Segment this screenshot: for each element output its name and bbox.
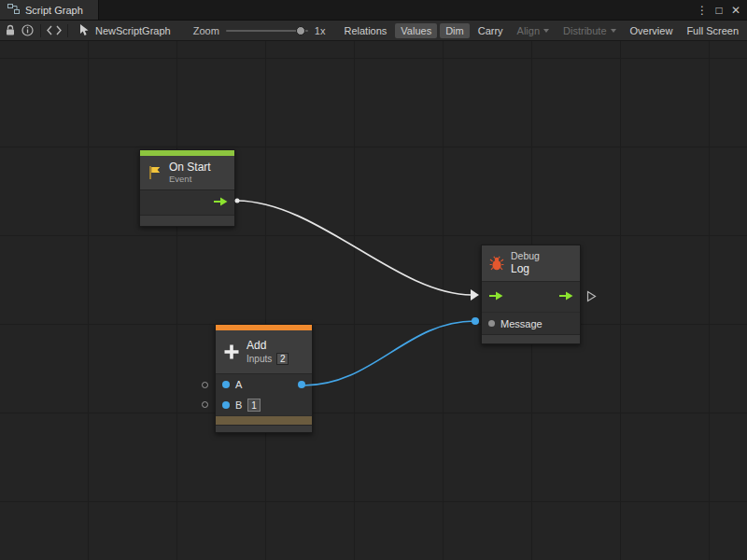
zoom-control: Zoom 1x: [193, 25, 326, 36]
add-header: Add Inputs 2: [216, 330, 312, 373]
flow-input-port[interactable]: [488, 291, 503, 302]
unity-script-graph-window: Script Graph ⋮ □ ✕: [0, 0, 747, 560]
values-button-label: Values: [401, 25, 431, 36]
inputs-label: Inputs: [247, 354, 272, 364]
node-title: Add: [247, 339, 289, 352]
bug-icon: [489, 256, 504, 271]
graph-name-label: NewScriptGraph: [95, 25, 171, 36]
node-title: On Start: [169, 161, 211, 174]
green-arrow-icon: [213, 197, 228, 206]
port-b-value-field[interactable]: 1: [247, 399, 261, 412]
wire-layer: [0, 41, 747, 560]
message-port-label: Message: [500, 318, 543, 329]
green-arrow-icon: [558, 291, 573, 301]
graph-breadcrumb[interactable]: NewScriptGraph: [74, 24, 176, 36]
lock-icon: [5, 24, 16, 36]
zoom-slider-handle[interactable]: [296, 26, 305, 35]
message-row: Message: [482, 312, 580, 334]
plus-icon: [223, 343, 240, 360]
overview-button[interactable]: Overview: [625, 23, 679, 38]
wire-arrowhead: [471, 289, 479, 301]
tab-label: Script Graph: [25, 5, 83, 16]
unconnected-port-indicator-b[interactable]: [202, 401, 208, 408]
flow-row: [482, 282, 580, 312]
carry-button-label: Carry: [478, 25, 503, 36]
edit-source-button[interactable]: [47, 22, 62, 39]
dropdown-caret-icon: [611, 29, 616, 33]
script-graph-tab[interactable]: Script Graph: [0, 0, 99, 20]
wire-flow-onstart-to-debug[interactable]: [236, 201, 472, 295]
carry-button[interactable]: Carry: [472, 23, 509, 38]
relations-button[interactable]: Relations: [338, 23, 392, 38]
add-titles: Add Inputs 2: [247, 339, 289, 364]
port-a-label: A: [235, 379, 242, 390]
node-drag-bar[interactable]: [216, 415, 312, 425]
zoom-label: Zoom: [193, 25, 219, 36]
close-button[interactable]: ✕: [727, 1, 744, 20]
info-icon: [21, 24, 34, 36]
kebab-menu-button[interactable]: ⋮: [694, 1, 711, 20]
maximize-button[interactable]: □: [711, 1, 727, 20]
fullscreen-button[interactable]: Full Screen: [681, 23, 744, 38]
values-button[interactable]: Values: [395, 23, 437, 38]
node-debug-log[interactable]: Debug Log: [481, 245, 581, 344]
distribute-dropdown: Distribute: [557, 23, 621, 38]
zoom-value: 1x: [315, 25, 326, 36]
wire-value-add-to-message[interactable]: [303, 321, 474, 385]
on-start-ports: [140, 189, 234, 215]
toolbar-separator: [67, 24, 68, 37]
on-start-header: On Start Event: [140, 156, 234, 189]
node-footer: [482, 334, 580, 343]
dim-button-label: Dim: [445, 25, 464, 36]
node-footer: [140, 215, 234, 226]
port-row-b: B 1: [216, 395, 312, 415]
node-subtitle: Event: [169, 174, 211, 185]
wire-start-dot: [235, 199, 240, 203]
flow-output-row: [140, 190, 234, 215]
port-b-label: B: [235, 399, 242, 411]
graph-toolbar: NewScriptGraph Zoom 1x Relations Values …: [0, 21, 747, 41]
output-port-sum[interactable]: [298, 381, 305, 388]
relations-button-label: Relations: [344, 25, 387, 36]
zoom-slider[interactable]: [226, 30, 308, 32]
on-start-titles: On Start Event: [169, 161, 211, 185]
inputs-row: Inputs 2: [247, 353, 289, 365]
node-add[interactable]: Add Inputs 2 A B 1: [215, 324, 313, 433]
graph-canvas[interactable]: On Start Event: [0, 41, 747, 560]
debug-log-titles: Debug Log: [511, 250, 540, 276]
toolbar-separator: [40, 24, 41, 37]
debug-log-header: Debug Log: [482, 245, 580, 281]
node-title: Log: [511, 262, 540, 275]
play-outline-icon: [586, 289, 597, 306]
code-icon: [47, 25, 62, 35]
overview-button-label: Overview: [630, 25, 673, 36]
flow-output-port[interactable]: [558, 291, 573, 302]
input-port-a[interactable]: [222, 381, 230, 388]
distribute-button-label: Distribute: [563, 25, 606, 36]
message-input-port[interactable]: [488, 320, 495, 327]
fullscreen-button-label: Full Screen: [686, 25, 739, 36]
flag-icon: [148, 165, 162, 180]
port-row-a: A: [216, 374, 312, 395]
align-button-label: Align: [517, 25, 540, 36]
align-dropdown: Align: [512, 23, 555, 38]
inputs-count-field[interactable]: 2: [276, 353, 289, 365]
debug-log-ports: Message: [482, 281, 580, 334]
lock-button[interactable]: [3, 22, 18, 39]
node-on-start[interactable]: On Start Event: [139, 149, 235, 227]
info-button[interactable]: [20, 22, 35, 39]
add-ports: A B 1: [216, 373, 312, 415]
graph-tab-icon: [7, 4, 20, 16]
window-controls: ⋮ □ ✕: [694, 0, 747, 20]
green-arrow-icon: [488, 291, 503, 301]
wire-end-dot: [472, 317, 479, 325]
unconnected-port-indicator-a[interactable]: [202, 382, 208, 388]
toolbar-buttons: Relations Values Dim Carry Align Distrib…: [338, 23, 744, 38]
cursor-icon: [79, 24, 90, 36]
dropdown-caret-icon: [543, 29, 549, 33]
titlebar: Script Graph ⋮ □ ✕: [0, 0, 747, 21]
flow-output-port[interactable]: [213, 197, 228, 208]
node-namespace: Debug: [511, 250, 540, 262]
input-port-b[interactable]: [222, 401, 230, 409]
dim-button[interactable]: Dim: [440, 23, 470, 38]
